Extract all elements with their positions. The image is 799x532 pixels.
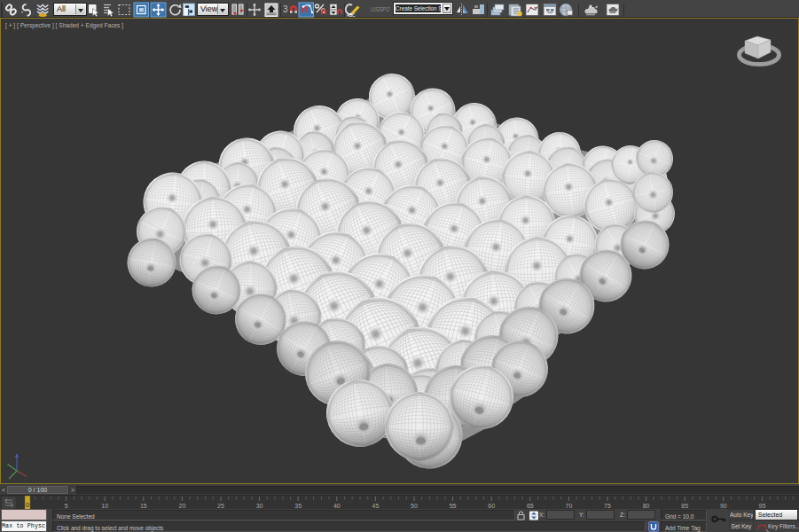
svg-text:65: 65: [527, 503, 534, 509]
svg-text:5: 5: [65, 503, 68, 509]
svg-text:20: 20: [179, 503, 186, 509]
svg-text:60: 60: [488, 503, 495, 509]
svg-text:0: 0: [26, 502, 29, 508]
svg-text:85: 85: [681, 503, 688, 509]
svg-text:25: 25: [217, 503, 224, 509]
svg-text:30: 30: [256, 503, 263, 509]
svg-text:50: 50: [411, 503, 418, 509]
svg-text:USSP2: USSP2: [371, 6, 390, 12]
svg-text:15: 15: [140, 503, 147, 509]
svg-text:80: 80: [643, 503, 650, 509]
svg-text:10: 10: [101, 503, 108, 509]
svg-text:95: 95: [759, 503, 766, 509]
svg-text:90: 90: [720, 503, 727, 509]
svg-text:35: 35: [294, 503, 302, 509]
svg-text:70: 70: [566, 503, 573, 509]
svg-text:55: 55: [450, 503, 457, 509]
svg-text:45: 45: [372, 503, 380, 509]
svg-text:3: 3: [283, 4, 288, 14]
svg-text:75: 75: [604, 503, 611, 509]
svg-text:40: 40: [333, 503, 341, 509]
